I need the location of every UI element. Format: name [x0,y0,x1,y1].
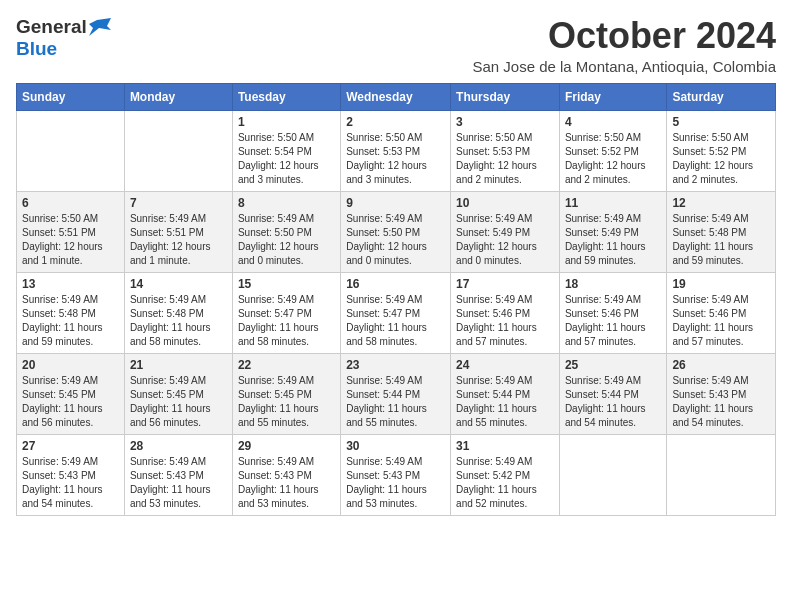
calendar-cell: 8Sunrise: 5:49 AM Sunset: 5:50 PM Daylig… [232,191,340,272]
calendar-week-2: 6Sunrise: 5:50 AM Sunset: 5:51 PM Daylig… [17,191,776,272]
day-number: 8 [238,196,335,210]
calendar-header-friday: Friday [559,83,666,110]
day-number: 17 [456,277,554,291]
day-number: 1 [238,115,335,129]
day-info: Sunrise: 5:50 AM Sunset: 5:52 PM Dayligh… [565,131,661,187]
calendar-cell: 4Sunrise: 5:50 AM Sunset: 5:52 PM Daylig… [559,110,666,191]
day-number: 14 [130,277,227,291]
calendar-cell: 2Sunrise: 5:50 AM Sunset: 5:53 PM Daylig… [341,110,451,191]
day-number: 10 [456,196,554,210]
day-info: Sunrise: 5:50 AM Sunset: 5:54 PM Dayligh… [238,131,335,187]
day-info: Sunrise: 5:49 AM Sunset: 5:43 PM Dayligh… [130,455,227,511]
day-info: Sunrise: 5:49 AM Sunset: 5:44 PM Dayligh… [456,374,554,430]
day-number: 30 [346,439,445,453]
day-info: Sunrise: 5:49 AM Sunset: 5:45 PM Dayligh… [130,374,227,430]
calendar-week-4: 20Sunrise: 5:49 AM Sunset: 5:45 PM Dayli… [17,353,776,434]
day-number: 2 [346,115,445,129]
calendar-cell: 6Sunrise: 5:50 AM Sunset: 5:51 PM Daylig… [17,191,125,272]
day-number: 23 [346,358,445,372]
day-info: Sunrise: 5:49 AM Sunset: 5:45 PM Dayligh… [238,374,335,430]
calendar-cell: 15Sunrise: 5:49 AM Sunset: 5:47 PM Dayli… [232,272,340,353]
day-number: 22 [238,358,335,372]
day-info: Sunrise: 5:49 AM Sunset: 5:48 PM Dayligh… [672,212,770,268]
calendar-cell: 9Sunrise: 5:49 AM Sunset: 5:50 PM Daylig… [341,191,451,272]
day-info: Sunrise: 5:49 AM Sunset: 5:49 PM Dayligh… [456,212,554,268]
calendar-cell: 7Sunrise: 5:49 AM Sunset: 5:51 PM Daylig… [124,191,232,272]
calendar-cell [124,110,232,191]
day-number: 16 [346,277,445,291]
calendar-cell: 27Sunrise: 5:49 AM Sunset: 5:43 PM Dayli… [17,434,125,515]
day-info: Sunrise: 5:50 AM Sunset: 5:52 PM Dayligh… [672,131,770,187]
day-info: Sunrise: 5:49 AM Sunset: 5:48 PM Dayligh… [130,293,227,349]
location-subtitle: San Jose de la Montana, Antioquia, Colom… [472,58,776,75]
day-info: Sunrise: 5:49 AM Sunset: 5:50 PM Dayligh… [346,212,445,268]
calendar-cell: 30Sunrise: 5:49 AM Sunset: 5:43 PM Dayli… [341,434,451,515]
svg-marker-0 [89,18,111,36]
calendar-cell: 12Sunrise: 5:49 AM Sunset: 5:48 PM Dayli… [667,191,776,272]
calendar-cell: 13Sunrise: 5:49 AM Sunset: 5:48 PM Dayli… [17,272,125,353]
calendar-cell: 29Sunrise: 5:49 AM Sunset: 5:43 PM Dayli… [232,434,340,515]
day-info: Sunrise: 5:49 AM Sunset: 5:43 PM Dayligh… [22,455,119,511]
calendar-cell: 22Sunrise: 5:49 AM Sunset: 5:45 PM Dayli… [232,353,340,434]
day-number: 15 [238,277,335,291]
day-info: Sunrise: 5:50 AM Sunset: 5:53 PM Dayligh… [456,131,554,187]
day-number: 11 [565,196,661,210]
calendar-cell: 21Sunrise: 5:49 AM Sunset: 5:45 PM Dayli… [124,353,232,434]
calendar-cell: 18Sunrise: 5:49 AM Sunset: 5:46 PM Dayli… [559,272,666,353]
day-number: 27 [22,439,119,453]
calendar-cell: 28Sunrise: 5:49 AM Sunset: 5:43 PM Dayli… [124,434,232,515]
calendar-cell: 1Sunrise: 5:50 AM Sunset: 5:54 PM Daylig… [232,110,340,191]
day-number: 21 [130,358,227,372]
day-number: 25 [565,358,661,372]
calendar-header-tuesday: Tuesday [232,83,340,110]
day-number: 24 [456,358,554,372]
calendar-cell: 5Sunrise: 5:50 AM Sunset: 5:52 PM Daylig… [667,110,776,191]
day-number: 20 [22,358,119,372]
day-number: 6 [22,196,119,210]
calendar-cell: 10Sunrise: 5:49 AM Sunset: 5:49 PM Dayli… [451,191,560,272]
title-section: October 2024 San Jose de la Montana, Ant… [472,16,776,75]
day-info: Sunrise: 5:49 AM Sunset: 5:45 PM Dayligh… [22,374,119,430]
day-number: 13 [22,277,119,291]
calendar-cell [559,434,666,515]
calendar-table: SundayMondayTuesdayWednesdayThursdayFrid… [16,83,776,516]
calendar-header-sunday: Sunday [17,83,125,110]
calendar-cell: 19Sunrise: 5:49 AM Sunset: 5:46 PM Dayli… [667,272,776,353]
day-number: 18 [565,277,661,291]
day-info: Sunrise: 5:50 AM Sunset: 5:51 PM Dayligh… [22,212,119,268]
day-number: 28 [130,439,227,453]
calendar-header-saturday: Saturday [667,83,776,110]
calendar-header-thursday: Thursday [451,83,560,110]
calendar-cell: 23Sunrise: 5:49 AM Sunset: 5:44 PM Dayli… [341,353,451,434]
logo-general-text: General [16,16,87,38]
calendar-cell: 26Sunrise: 5:49 AM Sunset: 5:43 PM Dayli… [667,353,776,434]
header: General Blue October 2024 San Jose de la… [16,16,776,75]
day-number: 12 [672,196,770,210]
calendar-cell: 17Sunrise: 5:49 AM Sunset: 5:46 PM Dayli… [451,272,560,353]
day-info: Sunrise: 5:49 AM Sunset: 5:48 PM Dayligh… [22,293,119,349]
calendar-header-monday: Monday [124,83,232,110]
day-number: 19 [672,277,770,291]
calendar-cell: 3Sunrise: 5:50 AM Sunset: 5:53 PM Daylig… [451,110,560,191]
day-number: 4 [565,115,661,129]
logo: General Blue [16,16,111,60]
day-info: Sunrise: 5:49 AM Sunset: 5:51 PM Dayligh… [130,212,227,268]
day-info: Sunrise: 5:49 AM Sunset: 5:43 PM Dayligh… [238,455,335,511]
day-number: 7 [130,196,227,210]
calendar-cell: 31Sunrise: 5:49 AM Sunset: 5:42 PM Dayli… [451,434,560,515]
calendar-cell: 11Sunrise: 5:49 AM Sunset: 5:49 PM Dayli… [559,191,666,272]
calendar-cell: 14Sunrise: 5:49 AM Sunset: 5:48 PM Dayli… [124,272,232,353]
day-number: 31 [456,439,554,453]
calendar-cell: 16Sunrise: 5:49 AM Sunset: 5:47 PM Dayli… [341,272,451,353]
calendar-cell: 24Sunrise: 5:49 AM Sunset: 5:44 PM Dayli… [451,353,560,434]
day-info: Sunrise: 5:49 AM Sunset: 5:43 PM Dayligh… [672,374,770,430]
day-info: Sunrise: 5:49 AM Sunset: 5:46 PM Dayligh… [565,293,661,349]
logo-bird-icon [89,18,111,36]
day-number: 9 [346,196,445,210]
calendar-week-1: 1Sunrise: 5:50 AM Sunset: 5:54 PM Daylig… [17,110,776,191]
calendar-cell: 25Sunrise: 5:49 AM Sunset: 5:44 PM Dayli… [559,353,666,434]
day-info: Sunrise: 5:49 AM Sunset: 5:46 PM Dayligh… [672,293,770,349]
calendar-header-row: SundayMondayTuesdayWednesdayThursdayFrid… [17,83,776,110]
day-info: Sunrise: 5:49 AM Sunset: 5:43 PM Dayligh… [346,455,445,511]
calendar-cell: 20Sunrise: 5:49 AM Sunset: 5:45 PM Dayli… [17,353,125,434]
